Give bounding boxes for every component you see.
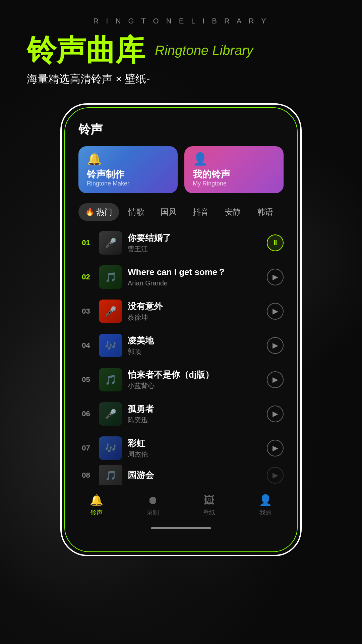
header-description: 海量精选高清铃声 × 壁纸- xyxy=(27,72,335,87)
ringtone-maker-label-en: Ringtone Maker xyxy=(87,180,129,187)
song-play-button-05[interactable]: ▶ xyxy=(267,371,284,388)
nav-mine-label: 我的 xyxy=(259,508,272,517)
header: R I N G T O N E L I B R A R Y 铃声曲库 Ringt… xyxy=(0,0,362,93)
song-thumb-07: 🎶 xyxy=(99,436,122,460)
header-subtitle: R I N G T O N E L I B R A R Y xyxy=(27,17,335,25)
song-thumb-04: 🎶 xyxy=(99,334,122,357)
my-ringtone-icon: 👤 xyxy=(193,152,208,166)
nav-item-wallpaper[interactable]: 🖼 壁纸 xyxy=(181,494,237,517)
tab-love[interactable]: 情歌 xyxy=(122,203,151,221)
song-info-06: 孤勇者 陈奕迅 xyxy=(128,404,261,424)
nav-record-label: 录制 xyxy=(147,508,159,517)
song-item-08-partial[interactable]: 08 🎵 园游会 ▶ xyxy=(75,465,287,485)
nav-item-ringtone[interactable]: 🔔 铃声 xyxy=(68,494,125,517)
play-icon-04: ▶ xyxy=(273,341,278,350)
song-list: 01 🎤 你要结婚了 曹王江 ⏸ 02 🎵 xyxy=(72,226,290,485)
play-icon-03: ▶ xyxy=(273,307,278,316)
ringtone-maker-button[interactable]: 🔔 铃声制作 Ringtone Maker xyxy=(78,146,178,193)
song-thumb-05: 🎵 xyxy=(99,368,122,391)
category-tabs: 🔥 热门 情歌 国风 抖音 安静 韩语 xyxy=(72,203,290,221)
song-info-08: 园游会 xyxy=(128,470,261,481)
song-play-button-02[interactable]: ▶ xyxy=(267,269,284,285)
song-item-05[interactable]: 05 🎵 怕来者不是你（dj版） 小蓝背心 ▶ xyxy=(75,363,287,397)
song-info-04: 凌美地 郭顶 xyxy=(128,335,261,356)
song-number-01: 01 xyxy=(78,238,94,247)
song-title-03: 没有意外 xyxy=(128,301,261,312)
nav-wallpaper-icon: 🖼 xyxy=(204,494,215,506)
home-bar xyxy=(151,527,211,529)
song-title-02: Where can I get some？ xyxy=(128,267,261,278)
song-artist-02: Arian Grande xyxy=(128,279,261,287)
tab-korean[interactable]: 韩语 xyxy=(250,203,280,221)
play-icon-06: ▶ xyxy=(273,410,278,418)
phone-container: 铃声 🔔 铃声制作 Ringtone Maker 👤 我的铃声 My Ringt… xyxy=(0,103,362,556)
my-ringtone-label-en: My Ringtone xyxy=(193,180,227,187)
title-english: Ringtone Library xyxy=(155,43,253,58)
song-play-button-07[interactable]: ▶ xyxy=(267,440,284,457)
song-title-05: 怕来者不是你（dj版） xyxy=(128,369,261,381)
title-chinese: 铃声曲库 xyxy=(27,36,145,65)
phone-content: 铃声 🔔 铃声制作 Ringtone Maker 👤 我的铃声 My Ringt… xyxy=(62,105,300,485)
song-artist-01: 曹王江 xyxy=(128,245,261,253)
song-number-05: 05 xyxy=(78,375,94,384)
song-number-02: 02 xyxy=(78,273,94,281)
tab-hot[interactable]: 🔥 热门 xyxy=(78,203,119,221)
song-artist-05: 小蓝背心 xyxy=(128,381,261,390)
nav-ringtone-label: 铃声 xyxy=(90,508,103,517)
song-play-button-06[interactable]: ▶ xyxy=(267,406,284,422)
song-item-04[interactable]: 04 🎶 凌美地 郭顶 ▶ xyxy=(75,328,287,363)
song-artist-03: 蔡徐坤 xyxy=(128,313,261,322)
song-title-04: 凌美地 xyxy=(128,335,261,346)
song-play-button-08[interactable]: ▶ xyxy=(267,467,284,484)
song-item-01[interactable]: 01 🎤 你要结婚了 曹王江 ⏸ xyxy=(75,226,287,260)
song-thumb-01: 🎤 xyxy=(99,231,122,255)
song-artist-07: 周杰伦 xyxy=(128,450,261,459)
song-number-07: 07 xyxy=(78,444,94,452)
tab-quiet[interactable]: 安静 xyxy=(218,203,248,221)
phone-mockup: 铃声 🔔 铃声制作 Ringtone Maker 👤 我的铃声 My Ringt… xyxy=(60,103,302,556)
play-icon-07: ▶ xyxy=(273,444,278,452)
song-info-05: 怕来者不是你（dj版） 小蓝背心 xyxy=(128,369,261,390)
song-item-03[interactable]: 03 🎤 没有意外 蔡徐坤 ▶ xyxy=(75,294,287,328)
song-title-07: 彩虹 xyxy=(128,438,261,449)
song-title-08: 园游会 xyxy=(128,470,261,481)
song-item-06[interactable]: 06 🎤 孤勇者 陈奕迅 ▶ xyxy=(75,397,287,431)
ringtone-maker-label-cn: 铃声制作 xyxy=(87,169,124,180)
song-number-03: 03 xyxy=(78,307,94,316)
song-title-01: 你要结婚了 xyxy=(128,232,261,244)
song-title-06: 孤勇者 xyxy=(128,404,261,415)
song-number-08: 08 xyxy=(78,471,94,480)
nav-wallpaper-label: 壁纸 xyxy=(203,508,215,517)
my-ringtone-label-cn: 我的铃声 xyxy=(193,169,230,180)
song-play-button-03[interactable]: ▶ xyxy=(267,303,284,320)
song-info-01: 你要结婚了 曹王江 xyxy=(128,232,261,253)
song-play-button-04[interactable]: ▶ xyxy=(267,337,284,354)
tab-chinese[interactable]: 国风 xyxy=(154,203,183,221)
song-item-07[interactable]: 07 🎶 彩虹 周杰伦 ▶ xyxy=(75,431,287,465)
song-number-06: 06 xyxy=(78,410,94,418)
my-ringtone-button[interactable]: 👤 我的铃声 My Ringtone xyxy=(184,146,284,193)
nav-mine-icon: 👤 xyxy=(259,494,272,506)
play-icon-05: ▶ xyxy=(273,375,278,384)
section-title: 铃声 xyxy=(72,121,290,138)
song-info-03: 没有意外 蔡徐坤 xyxy=(128,301,261,322)
nav-record-icon: ⏺ xyxy=(147,494,158,506)
song-thumb-02: 🎵 xyxy=(99,265,122,289)
home-indicator xyxy=(62,523,300,536)
song-artist-04: 郭顶 xyxy=(128,347,261,356)
pause-icon-01: ⏸ xyxy=(272,238,279,247)
nav-item-mine[interactable]: 👤 我的 xyxy=(237,494,294,517)
song-play-button-01[interactable]: ⏸ xyxy=(267,234,284,251)
song-info-02: Where can I get some？ Arian Grande xyxy=(128,267,261,287)
big-buttons-row: 🔔 铃声制作 Ringtone Maker 👤 我的铃声 My Ringtone xyxy=(72,146,290,193)
nav-ringtone-icon: 🔔 xyxy=(90,494,103,506)
fire-icon: 🔥 xyxy=(85,208,94,216)
nav-item-record[interactable]: ⏺ 录制 xyxy=(125,494,181,517)
song-item-02[interactable]: 02 🎵 Where can I get some？ Arian Grande … xyxy=(75,260,287,294)
bottom-nav: 🔔 铃声 ⏺ 录制 🖼 壁纸 👤 我的 xyxy=(62,489,300,523)
song-thumb-08: 🎵 xyxy=(99,465,122,485)
song-artist-06: 陈奕迅 xyxy=(128,416,261,424)
play-icon-02: ▶ xyxy=(273,273,278,281)
ringtone-maker-icon: 🔔 xyxy=(87,152,102,166)
tab-douyin[interactable]: 抖音 xyxy=(186,203,216,221)
